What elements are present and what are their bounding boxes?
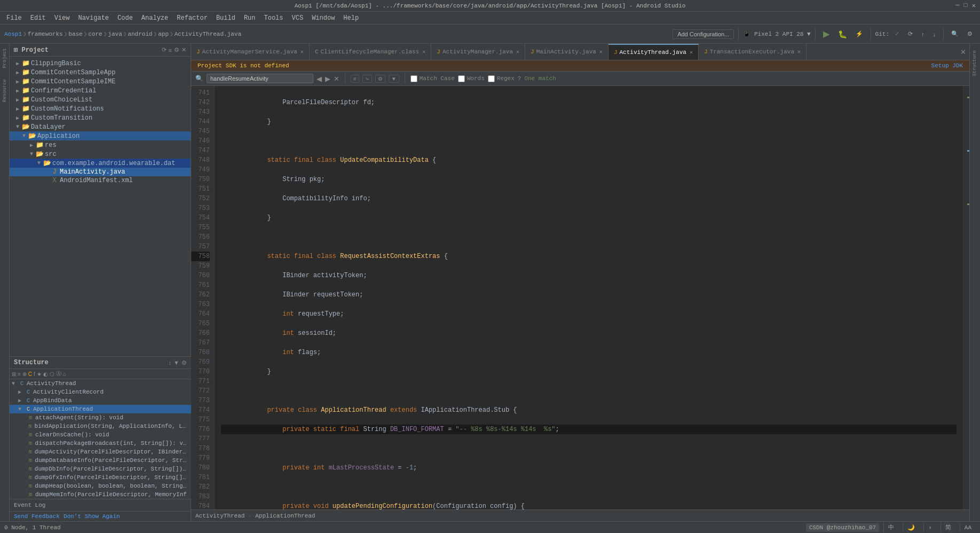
tree-item-customnotifications[interactable]: ▶ 📁 CustomNotifications [10, 104, 191, 113]
setup-jdk-button[interactable]: Setup JDK [931, 62, 963, 69]
structure-filter[interactable]: ▼ [173, 359, 179, 366]
words-label[interactable]: Words [458, 75, 485, 82]
struct-dump-db[interactable]: m dumpDbInfo(ParcelFileDescriptor, Strin… [10, 465, 191, 473]
breadcrumb-file[interactable]: ActivityThread.java [175, 31, 241, 37]
status-activity-thread[interactable]: ActivityThread [195, 513, 244, 519]
struct-clear-dns[interactable]: m clearDnsCache(): void [10, 430, 191, 439]
search-input[interactable] [207, 74, 313, 83]
menu-code[interactable]: Code [113, 13, 137, 23]
right-panel-tab[interactable]: Structure [970, 48, 980, 79]
git-fetch[interactable]: ↓ [930, 30, 939, 38]
struct-icon-1[interactable]: ⊞ [12, 370, 16, 378]
status-application-thread[interactable]: ApplicationThread [255, 513, 315, 519]
tab-close-icon[interactable]: ✕ [516, 49, 519, 55]
menu-edit[interactable]: Edit [26, 13, 50, 23]
tab-main-activity[interactable]: J MainActivity.java ✕ [525, 44, 608, 60]
tree-item-res[interactable]: ▶ 📁 res [10, 140, 191, 150]
menu-vcs[interactable]: VCS [288, 13, 308, 23]
search-filter-button[interactable]: ▼ [389, 75, 399, 83]
tab-close-icon-active[interactable]: ✕ [690, 49, 693, 56]
menu-navigate[interactable]: Navigate [74, 13, 113, 23]
tab-close-icon[interactable]: ✕ [422, 49, 425, 55]
struct-bind-application[interactable]: m bindApplication(String, ApplicationInf… [10, 422, 191, 430]
match-case-label[interactable]: Match Case [410, 75, 455, 82]
struct-icon-7[interactable]: ◐ [43, 370, 48, 378]
search-options-button[interactable]: ⚙ [375, 75, 385, 83]
sync-button[interactable]: ⟳ [162, 46, 167, 53]
menu-window[interactable]: Window [307, 13, 339, 23]
struct-activity-thread[interactable]: ▼ C ActivityThread [10, 379, 191, 388]
send-feedback-link[interactable]: Send Feedback [14, 513, 60, 520]
hide-editor-button[interactable]: ✕ [957, 48, 969, 56]
struct-application-thread[interactable]: ▼ C ApplicationThread [10, 405, 191, 413]
close-project-panel[interactable]: ✕ [181, 46, 186, 53]
struct-icon-3[interactable]: ⊕ [22, 370, 27, 378]
git-push[interactable]: ↑ [918, 30, 928, 38]
tree-item-androidmanifest[interactable]: X AndroidManifest.xml [10, 176, 191, 185]
struct-icon-6[interactable]: ★ [37, 370, 42, 378]
tree-item-confirmcredential[interactable]: ▶ 📁 ConfirmCredential [10, 86, 191, 95]
event-log-label[interactable]: Event Log [14, 502, 45, 508]
profile-button[interactable]: ⚡ [852, 29, 866, 38]
search-replace-button[interactable]: ⤷ [362, 75, 372, 83]
structure-settings[interactable]: ⚙ [181, 359, 187, 366]
tab-close-icon[interactable]: ✕ [599, 49, 603, 55]
struct-dump-db-info[interactable]: m dumpDatabaseInfo(ParcelFileDescriptor,… [10, 456, 191, 465]
breadcrumb-frameworks[interactable]: frameworks [28, 31, 63, 37]
tree-item-datalayer[interactable]: ▼ 📂 DataLayer [10, 122, 191, 131]
breadcrumb-android[interactable]: android [128, 31, 152, 37]
menu-build[interactable]: Build [212, 13, 240, 23]
sidebar-resource-tab[interactable]: Resource [2, 79, 7, 102]
minimize-button[interactable]: — [955, 2, 959, 10]
simplified-label[interactable]: 简 [941, 522, 955, 532]
tab-activity-thread[interactable]: J ActivityThread.java ✕ [608, 44, 699, 60]
tab-activity-manager-service[interactable]: J ActivityManagerService.java ✕ [191, 44, 310, 60]
struct-activity-client[interactable]: ▶ C ActivityClientRecord [10, 388, 191, 396]
code-content[interactable]: ParcelFileDescriptor fd; } static final … [215, 86, 963, 510]
regex-label[interactable]: Regex [488, 75, 515, 82]
tab-transaction-executor[interactable]: J TransactionExecutor.java ✕ [699, 44, 807, 60]
struct-icon-9[interactable]: Ⓐ [56, 370, 61, 378]
collapse-button[interactable]: ≡ [169, 46, 172, 53]
search-prev-button[interactable]: ◀ [317, 75, 322, 83]
struct-dump-heap[interactable]: m dumpHeap(boolean, boolean, boolean, St… [10, 482, 191, 490]
tree-item-customchoicelist[interactable]: ▶ 📁 CustomChoiceList [10, 95, 191, 104]
tree-item-src[interactable]: ▼ 📂 src [10, 150, 191, 159]
tab-client-lifecycle[interactable]: C ClientLifecycleManager.class ✕ [310, 44, 431, 60]
breadcrumb-app[interactable]: app [158, 31, 169, 37]
tab-activity-manager[interactable]: J ActivityManager.java ✕ [431, 44, 525, 60]
device-selector[interactable]: 📱 Pixel 2 API 28 ▼ [743, 30, 810, 37]
regex-checkbox[interactable] [488, 75, 495, 82]
tree-item-commitcontent[interactable]: ▶ 📁 CommitContentSampleApp [10, 68, 191, 77]
breadcrumb-core[interactable]: core [88, 31, 102, 37]
tree-item-commitcontentIME[interactable]: ▶ 📁 CommitContentSampleIME [10, 77, 191, 86]
struct-icon-8[interactable]: ⬡ [50, 370, 54, 378]
settings-project-button[interactable]: ⚙ [174, 46, 179, 53]
menu-analyze[interactable]: Analyze [137, 13, 172, 23]
breadcrumb-aosp[interactable]: Aosp1 [4, 31, 22, 37]
sidebar-project-tab[interactable]: Project [2, 48, 7, 68]
menu-help[interactable]: Help [339, 13, 363, 23]
struct-dump-activity[interactable]: m dumpActivity(ParcelFileDescriptor, IBi… [10, 448, 191, 456]
tree-item-customtransition[interactable]: ▶ 📁 CustomTransition [10, 113, 191, 122]
code-editor[interactable]: 741 742 743 744 745 746 747 748 749 750 … [191, 86, 969, 510]
git-update[interactable]: ✓ [891, 29, 903, 38]
tree-item-mainactivity[interactable]: J MainActivity.java [10, 168, 191, 176]
tab-close-icon[interactable]: ✕ [301, 49, 304, 55]
struct-dump-gfx[interactable]: m dumpGfxInfo(ParcelFileDescriptor, Stri… [10, 473, 191, 482]
search-find-button[interactable]: ≡ [351, 75, 359, 83]
menu-refactor[interactable]: Refactor [172, 13, 212, 23]
structure-sort[interactable]: ↕ [169, 359, 172, 366]
dont-show-link[interactable]: Don't Show Again [64, 513, 120, 520]
match-case-checkbox[interactable] [410, 75, 417, 82]
words-checkbox[interactable] [458, 75, 465, 82]
git-commit[interactable]: ⟳ [905, 29, 916, 38]
menu-tools[interactable]: Tools [260, 13, 288, 23]
debug-button[interactable]: 🐛 [835, 29, 850, 40]
aa-label[interactable]: AA [960, 523, 976, 532]
search-everywhere[interactable]: 🔍 [948, 29, 962, 38]
run-config-button[interactable]: Add Configuration... [673, 29, 734, 39]
struct-dispatch-pkg[interactable]: m dispatchPackageBroadcast(int, String[]… [10, 439, 191, 448]
struct-icon-2[interactable]: ≡ [18, 370, 21, 378]
close-button[interactable]: ✕ [972, 2, 976, 10]
